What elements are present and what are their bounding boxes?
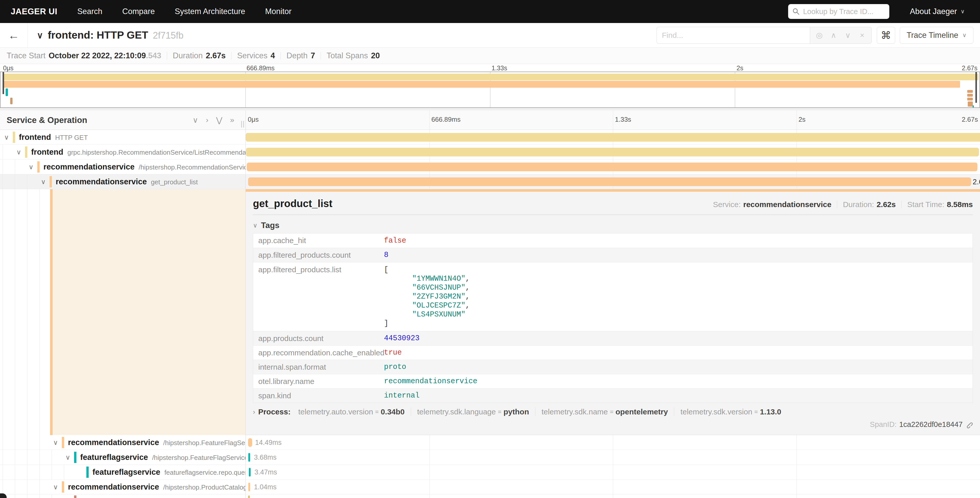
trace-id-input[interactable] [803,7,880,16]
service-color-swatch [74,452,76,463]
trace-header: ← ∨ frontend: HTTP GET2f715fb ◎ ∧ ∨ × ⌘ … [0,23,980,48]
service-color-swatch [25,147,27,158]
chevron-down-icon: ∨ [253,222,258,229]
chevron-down-icon[interactable]: ∨ [53,439,58,447]
span-row-recommendationservice-productcatalog[interactable]: ∨ recommendationservice/hipstershop.Prod… [0,480,980,495]
span-bar[interactable] [248,177,971,186]
span-row-partial[interactable] [0,495,980,498]
find-input[interactable] [657,27,810,44]
chevron-down-icon[interactable]: ∨ [4,134,9,141]
span-bar[interactable] [248,483,250,492]
services-value: 4 [270,51,275,60]
process-item: telemetry.sdk.version=1.13.0 [674,407,788,416]
nav-item-search[interactable]: Search [77,7,102,16]
span-duration-label: 14.49ms [255,439,282,447]
span-row-recommendationservice-list[interactable]: ∨ recommendationservice/hipstershop.Reco… [0,160,980,174]
expand-one-icon[interactable]: › [206,115,208,124]
span-row-recommendationservice-featureflag[interactable]: ∨ recommendationservice/hipstershop.Feat… [0,435,980,450]
trace-title: frontend: HTTP GET2f715fb [48,29,183,41]
find-control: ◎ ∧ ∨ × [657,27,872,44]
jaeger-trace-page: JAEGER UI Search Compare System Architec… [0,0,980,498]
chevron-down-icon[interactable]: ∨ [65,453,70,461]
span-bar[interactable] [249,468,251,477]
service-color-swatch [49,176,52,187]
find-buttons: ◎ ∧ ∨ × [810,27,872,44]
span-duration-label: 3.68ms [254,453,277,461]
chevron-down-icon[interactable]: ∨ [29,163,33,171]
trace-start-value: October 22 2022, 22:10:09 [49,51,146,60]
tags-title: Tags [261,220,280,230]
minimap-left-scrubber[interactable] [3,72,4,94]
chevron-down-icon[interactable]: ∨ [53,483,58,491]
span-id-label: SpanID: [870,420,897,429]
tags-section-header[interactable]: ∨ Tags [253,220,973,230]
span-detail-accent[interactable] [50,189,245,435]
timeline-minimap[interactable] [0,72,980,108]
span-row-frontend-http-get[interactable]: ∨ frontendHTTP GET [0,130,980,145]
trace-view-selector[interactable]: Trace Timeline ∨ [900,27,974,44]
collapse-one-icon[interactable]: ∨ [192,115,198,124]
process-item: telemetry.auto.version=0.34b0 [292,407,410,416]
chevron-down-icon[interactable]: ∨ [16,148,21,156]
span-bar[interactable] [248,495,250,498]
nav-item-compare[interactable]: Compare [123,7,155,16]
minimap-span-bar [10,97,13,104]
span-duration-label: 2.62s [973,178,980,186]
span-bar[interactable] [248,453,250,462]
service-value: recommendationservice [743,200,831,209]
trace-id-lookup[interactable] [788,4,889,19]
view-selector-label: Trace Timeline [907,31,958,40]
collapse-all-icon[interactable]: ⋁ [216,115,223,124]
column-resizer-handle[interactable] [241,121,244,128]
tag-row: app.filtered_products.list [ "1YMWWN1N4O… [253,262,973,331]
depth-label: Depth [286,51,308,60]
tag-row: otel.library.name recommendationservice [253,374,973,388]
timeline-column-header: Service & Operation ∨ › ⋁ » 0μs 666.89ms… [0,110,980,130]
span-bar[interactable] [246,148,979,156]
span-row-get-product-list-selected[interactable]: ∨ recommendationserviceget_product_list … [0,174,980,189]
timeline-tick-100: 2.67s [962,115,978,123]
back-button[interactable]: ← [0,23,28,47]
span-row-featureflagservice-repo-query[interactable]: featureflagservicefeatureflagservice.rep… [0,465,980,480]
chevron-down-icon[interactable]: ∨ [41,178,46,186]
nav-item-system-architecture[interactable]: System Architecture [175,7,245,16]
span-row-frontend-grpc[interactable]: ∨ frontendgrpc.hipstershop.Recommendatio… [0,145,980,160]
trace-meta-bar: Trace Start October 22 2022, 22:10:09 .5… [0,48,980,64]
about-jaeger-menu[interactable]: About Jaeger ∨ [910,7,965,16]
app-logo[interactable]: JAEGER UI [11,6,57,16]
span-bar[interactable] [247,163,977,171]
chevron-down-icon: ∨ [963,32,966,38]
process-section[interactable]: › Process: telemetry.auto.version=0.34b0… [253,407,973,416]
span-detail-meta: Service: recommendationservice Duration:… [713,200,973,209]
span-bar[interactable] [246,133,980,142]
tag-row: app.products.count 44530923 [253,331,973,345]
span-duration-label: 1.04ms [254,483,277,491]
link-icon[interactable] [965,421,973,428]
timeline-tick-25: 666.89ms [431,115,461,123]
depth-value: 7 [311,51,315,60]
minimap-span-bar [967,94,973,97]
minimap-gap [0,108,980,110]
prev-match-icon[interactable]: ∧ [826,31,841,40]
focus-match-icon[interactable]: ◎ [812,31,826,40]
top-nav: JAEGER UI Search Compare System Architec… [0,0,980,23]
next-match-icon[interactable]: ∨ [841,31,855,40]
tag-row: app.recommendation.cache_enabled true [253,345,973,360]
nav-menu: Search Compare System Architecture Monit… [77,7,291,16]
trace-start-ms: .543 [146,51,161,60]
chevron-right-icon: › [253,408,255,416]
clear-find-icon[interactable]: × [855,31,869,40]
about-jaeger-label: About Jaeger [910,7,957,16]
minimap-right-scrubber[interactable] [975,72,977,103]
minimap-span-bar [968,102,973,107]
trace-collapse-chevron-icon[interactable]: ∨ [37,30,43,40]
back-arrow-icon: ← [8,29,19,42]
minimap-span-bar [967,97,973,101]
span-detail-name-column[interactable] [0,189,246,435]
keyboard-shortcuts-button[interactable]: ⌘ [877,27,895,44]
nav-item-monitor[interactable]: Monitor [265,7,291,16]
tags-table: app.cache_hit false app.filtered_product… [253,233,973,403]
span-bar[interactable] [248,438,252,447]
span-row-featureflagservice-get[interactable]: ∨ featureflagservice/hipstershop.Feature… [0,450,980,465]
expand-all-icon[interactable]: » [230,115,234,124]
